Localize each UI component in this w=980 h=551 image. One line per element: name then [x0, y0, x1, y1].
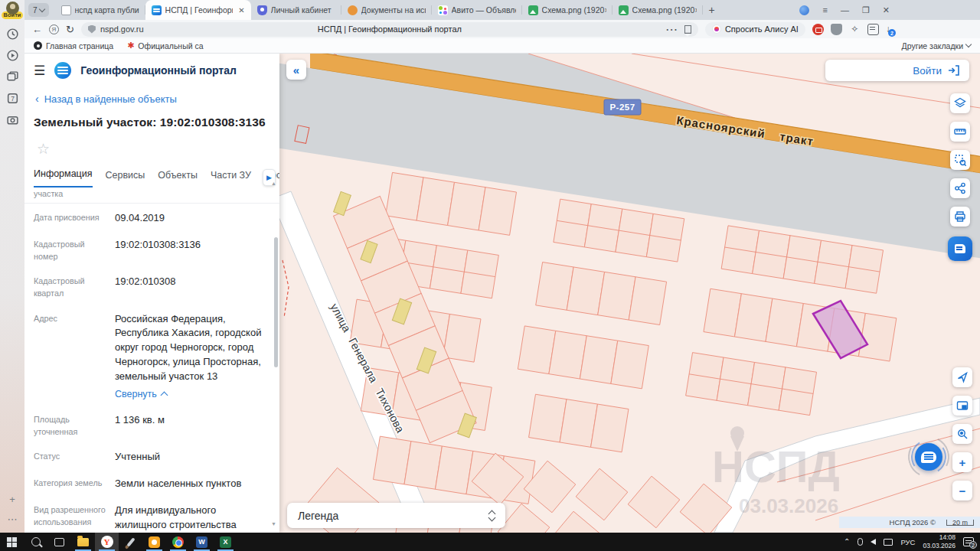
- bookmark-home[interactable]: Главная страница: [34, 41, 113, 51]
- file-explorer-button[interactable]: [71, 533, 95, 551]
- tabs-panel-icon[interactable]: [6, 70, 19, 83]
- excel-button[interactable]: X: [214, 533, 237, 551]
- taskbar-search[interactable]: [24, 533, 47, 551]
- tab-documents[interactable]: Документы на исполнен: [341, 0, 432, 20]
- download-badge: 2: [888, 29, 896, 37]
- tab-services[interactable]: Сервисы: [106, 170, 145, 187]
- play-icon[interactable]: [6, 49, 19, 62]
- layers-button[interactable]: [950, 93, 970, 113]
- downloads-icon[interactable]: ↓2: [886, 24, 890, 34]
- zoom-out-button[interactable]: −: [952, 481, 972, 500]
- collapse-panel-button[interactable]: «: [286, 60, 306, 80]
- menu-icon[interactable]: ≡: [822, 6, 827, 15]
- market-icon[interactable]: [812, 24, 824, 35]
- tray-expand-icon[interactable]: ⌃: [844, 538, 850, 546]
- start-button[interactable]: [0, 533, 24, 551]
- feedback-icon[interactable]: [867, 24, 879, 35]
- more-icon[interactable]: ⋯: [665, 22, 678, 37]
- task-view-icon: [54, 538, 64, 546]
- scroll-up-icon[interactable]: ▲: [271, 181, 276, 186]
- tab-counter-icon[interactable]: 7: [6, 92, 19, 105]
- panel-tabs: Информация Сервисы Объекты Части ЗУ Сост…: [24, 158, 279, 187]
- select-area-button[interactable]: [950, 150, 970, 170]
- restore-button[interactable]: ❐: [862, 6, 870, 15]
- back-icon[interactable]: ←: [32, 24, 42, 34]
- microphone-icon[interactable]: [858, 538, 863, 546]
- minimap-button[interactable]: [952, 396, 972, 416]
- legend-bar[interactable]: Легенда: [287, 503, 505, 528]
- tab-nspd-map[interactable]: нспд карта публичная ка: [55, 0, 145, 20]
- other-bookmarks[interactable]: Другие закладки: [902, 41, 971, 51]
- minimize-button[interactable]: —: [841, 6, 849, 15]
- chrome-button[interactable]: [166, 533, 190, 551]
- page-icon: [61, 5, 71, 15]
- language-indicator[interactable]: РУС: [900, 538, 915, 546]
- chevron-down-icon: [38, 5, 44, 11]
- collapse-address-link[interactable]: Свернуть: [115, 387, 267, 401]
- tab-group-chip[interactable]: 7: [28, 3, 49, 17]
- close-button[interactable]: ✕: [883, 6, 890, 15]
- svg-text:НСПД: НСПД: [712, 442, 840, 491]
- scroll-down-icon[interactable]: ▼: [271, 521, 276, 527]
- clock[interactable]: 14:0803.03.2026: [923, 533, 956, 549]
- assistant-doc-icon: [955, 244, 965, 253]
- map-tools-bottom: + −: [952, 367, 972, 500]
- tab-schema-png-2[interactable]: Схема.png (1920×1080): [612, 0, 703, 20]
- image-icon: [528, 5, 538, 15]
- tab-information[interactable]: Информация: [34, 168, 93, 187]
- alice-button[interactable]: Спросить Алису AI: [705, 22, 805, 37]
- favorite-star-icon[interactable]: ☆: [24, 129, 279, 158]
- zoom-in-button[interactable]: +: [952, 452, 972, 472]
- svg-text:Р-257: Р-257: [609, 103, 635, 112]
- tab-schema-png-1[interactable]: Схема.png (1920×1080): [522, 0, 612, 20]
- tab-personal-cabinet[interactable]: Личный кабинет: [251, 0, 341, 20]
- bookmark-official[interactable]: ✱Официальный са: [127, 41, 203, 51]
- browser-chrome: 7 нспд карта публичная ка НСПД | Геоинфо…: [24, 0, 980, 54]
- sidebar-more-icon[interactable]: ⋯: [6, 513, 19, 526]
- protect-icon[interactable]: [831, 24, 842, 35]
- new-tab-button[interactable]: +: [703, 0, 721, 20]
- word-button[interactable]: W: [190, 533, 214, 551]
- paint-button[interactable]: [119, 533, 142, 551]
- site-security-icon[interactable]: [88, 25, 96, 34]
- address-bar[interactable]: nspd.gov.ru НСПД | Геоинформационный пор…: [81, 22, 698, 37]
- bookmark-icon[interactable]: [684, 25, 691, 34]
- folder-icon: [77, 538, 89, 546]
- back-to-results-link[interactable]: ‹Назад в найденные объекты: [24, 85, 279, 106]
- screenshot-icon[interactable]: [6, 113, 19, 126]
- share-button[interactable]: [950, 178, 970, 198]
- boundary-dashed-line: [283, 260, 289, 318]
- tab-parts[interactable]: Части ЗУ: [211, 170, 251, 187]
- panel-scrollbar[interactable]: [274, 237, 278, 367]
- portal-title: Геоинформационный портал: [80, 64, 237, 77]
- tab-objects[interactable]: Объекты: [158, 170, 198, 187]
- network-icon[interactable]: [884, 539, 893, 546]
- search-area-button[interactable]: [952, 424, 972, 444]
- reload-icon[interactable]: ↻: [66, 24, 74, 34]
- map-canvas[interactable]: НСПД 03.03.2026 Р-257 Красноярский тракт…: [279, 54, 980, 533]
- my-location-button[interactable]: [952, 367, 972, 387]
- profile-avatar[interactable]: [6, 2, 19, 15]
- map-login-button[interactable]: Войти: [825, 60, 969, 81]
- yandex-home-icon[interactable]: Я: [49, 24, 59, 34]
- yandex-disk-button[interactable]: [142, 533, 166, 551]
- notifications-icon[interactable]: 2: [963, 537, 974, 546]
- history-icon[interactable]: [6, 28, 19, 41]
- speaker-icon[interactable]: [871, 539, 876, 545]
- measure-button[interactable]: [950, 122, 970, 142]
- chat-fab[interactable]: [910, 438, 948, 476]
- tab-nspd-portal-active[interactable]: НСПД | Геоинформаци✕: [145, 0, 251, 20]
- excel-icon: X: [220, 536, 231, 548]
- extensions-icon[interactable]: ✧: [849, 24, 861, 35]
- screen: Войти 7 + ⋯ 7 нспд карта публичная ка НС…: [0, 0, 980, 551]
- task-view-button[interactable]: [47, 533, 71, 551]
- add-panel-icon[interactable]: +: [6, 493, 19, 506]
- field-row: Дата присвоения09.04.2019: [34, 205, 267, 232]
- browser-profile-icon[interactable]: [799, 5, 809, 15]
- yandex-browser-button[interactable]: Y: [95, 533, 119, 551]
- close-tab-icon[interactable]: ✕: [238, 6, 244, 15]
- tab-avito[interactable]: Авито — Объявления на: [432, 0, 522, 20]
- menu-burger-icon[interactable]: ☰: [34, 63, 45, 79]
- nspd-assistant-button[interactable]: [948, 236, 972, 261]
- print-button[interactable]: [950, 207, 970, 227]
